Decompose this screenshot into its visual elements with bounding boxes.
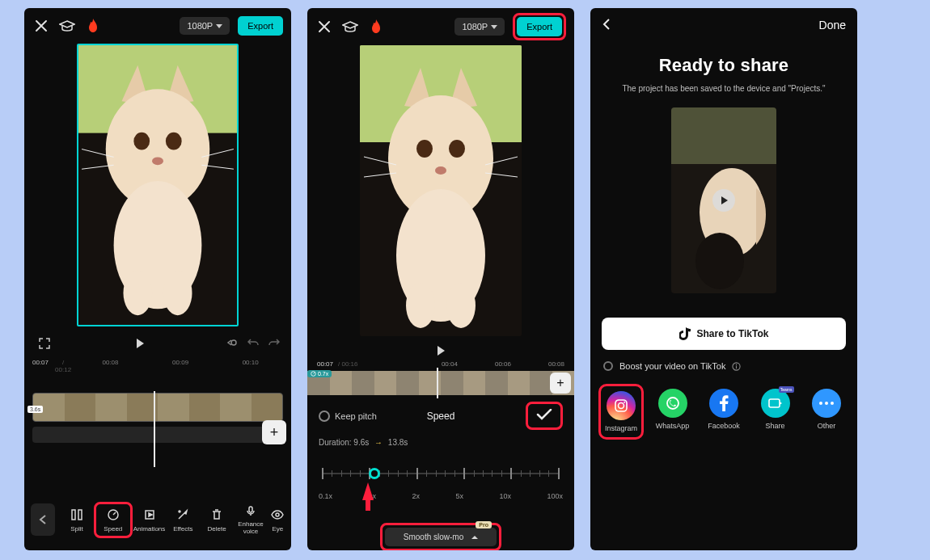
resolution-dropdown[interactable]: 1080P bbox=[180, 17, 230, 35]
svg-point-46 bbox=[667, 398, 678, 409]
timecode-row: 00:07 / 00:16 00:04 00:06 00:08 bbox=[307, 359, 574, 369]
flame-icon[interactable] bbox=[84, 17, 102, 35]
share-to-tiktok-button[interactable]: Share to TikTok bbox=[602, 318, 846, 350]
svg-point-8 bbox=[163, 271, 192, 315]
confirm-button-highlight bbox=[526, 402, 563, 430]
timeline-area[interactable]: 3.6s + bbox=[24, 393, 291, 467]
flame-icon[interactable] bbox=[367, 18, 385, 36]
play-overlay-icon[interactable] bbox=[712, 189, 735, 212]
share-whatsapp[interactable]: WhatsApp bbox=[650, 384, 695, 440]
tool-eye[interactable]: Eye bbox=[268, 504, 288, 536]
svg-point-4 bbox=[166, 133, 182, 150]
instagram-icon bbox=[614, 398, 628, 413]
svg-point-26 bbox=[449, 140, 465, 158]
toolbar-back-button[interactable] bbox=[31, 503, 55, 536]
svg-rect-20 bbox=[249, 507, 252, 512]
playhead[interactable] bbox=[437, 368, 438, 398]
speed-icon bbox=[106, 507, 120, 522]
video-thumbnail[interactable] bbox=[671, 107, 776, 293]
svg-point-25 bbox=[416, 140, 433, 158]
smooth-slowmo-button[interactable]: Pro Smooth slow-mo bbox=[385, 528, 497, 546]
undo-icon[interactable] bbox=[247, 338, 259, 349]
share-topbar: Done bbox=[590, 8, 857, 55]
boost-toggle[interactable]: Boost your video on TikTok bbox=[590, 360, 857, 384]
clip-strip[interactable] bbox=[32, 393, 283, 422]
facebook-icon bbox=[720, 395, 729, 411]
export-button[interactable]: Export bbox=[517, 17, 562, 36]
add-clip-button[interactable]: + bbox=[262, 420, 286, 444]
tutorial-arrow-icon bbox=[362, 482, 374, 500]
tiktok-icon bbox=[679, 327, 691, 340]
bottom-toolbar: Split Speed Animations Effects Delete En… bbox=[24, 495, 291, 544]
share-screen: Done Ready to share The project has been… bbox=[590, 8, 857, 550]
redo-icon[interactable] bbox=[268, 338, 280, 349]
video-preview[interactable] bbox=[360, 45, 522, 336]
back-button[interactable] bbox=[602, 18, 611, 32]
radio-unchecked-icon bbox=[603, 361, 613, 371]
svg-point-13 bbox=[231, 340, 236, 345]
info-icon[interactable] bbox=[732, 362, 741, 371]
split-icon bbox=[70, 507, 84, 522]
duration-readout: Duration: 9.6s → 13.8s bbox=[319, 438, 563, 447]
delete-icon bbox=[209, 507, 224, 522]
teams-badge: Teams bbox=[779, 386, 794, 393]
svg-point-29 bbox=[406, 283, 435, 328]
svg-rect-14 bbox=[72, 510, 75, 520]
add-clip-button[interactable]: + bbox=[550, 373, 571, 394]
done-button[interactable]: Done bbox=[819, 19, 846, 32]
share-targets: Instagram WhatsApp Facebook Teams Share bbox=[590, 384, 857, 440]
arrow-right-icon: → bbox=[374, 438, 383, 447]
player-controls bbox=[24, 331, 291, 356]
svg-rect-15 bbox=[78, 510, 82, 520]
keyframe-icon[interactable] bbox=[226, 337, 238, 350]
tool-effects[interactable]: Effects bbox=[166, 504, 200, 536]
svg-point-27 bbox=[435, 166, 446, 175]
export-button[interactable]: Export bbox=[238, 16, 283, 36]
slider-knob[interactable] bbox=[369, 468, 380, 479]
effects-icon bbox=[175, 507, 190, 522]
play-button[interactable] bbox=[53, 339, 226, 348]
chevron-left-icon bbox=[602, 18, 611, 31]
svg-point-3 bbox=[133, 133, 150, 150]
playhead[interactable] bbox=[154, 391, 155, 467]
export-button-highlight: Export bbox=[513, 13, 566, 40]
graduation-cap-icon[interactable] bbox=[58, 17, 76, 35]
share-title: Ready to share bbox=[590, 55, 857, 76]
tool-animations[interactable]: Animations bbox=[133, 504, 167, 536]
animations-icon bbox=[142, 507, 157, 522]
resolution-dropdown[interactable]: 1080P bbox=[454, 18, 505, 36]
keep-pitch-toggle[interactable]: Keep pitch bbox=[319, 411, 377, 422]
share-subtitle: The project has been saved to the device… bbox=[590, 82, 857, 95]
share-facebook[interactable]: Facebook bbox=[701, 384, 746, 440]
resolution-label: 1080P bbox=[187, 21, 213, 31]
editor-topbar: 1080P Export bbox=[24, 8, 291, 40]
chevron-down-icon bbox=[216, 24, 222, 28]
close-icon[interactable] bbox=[32, 17, 50, 35]
confirm-button[interactable] bbox=[536, 409, 552, 423]
share-instagram[interactable]: Instagram bbox=[598, 384, 644, 440]
player-controls bbox=[307, 343, 574, 359]
svg-point-19 bbox=[179, 511, 180, 512]
clip-speed-badge: 0.7x bbox=[307, 370, 332, 377]
eye-icon bbox=[270, 507, 285, 522]
tool-split[interactable]: Split bbox=[60, 504, 94, 536]
share-generic[interactable]: Teams Share bbox=[753, 384, 798, 440]
video-preview[interactable] bbox=[77, 44, 239, 326]
svg-point-41 bbox=[736, 364, 737, 364]
tool-enhance-voice[interactable]: Enhance voice bbox=[234, 500, 268, 539]
slider-labels: 0.1x 1x 2x 5x 10x 100x bbox=[319, 492, 563, 500]
speed-slider[interactable] bbox=[322, 461, 560, 491]
share-other[interactable]: Other bbox=[804, 384, 849, 440]
graduation-cap-icon[interactable] bbox=[341, 18, 359, 36]
timeline-filmstrip[interactable]: 0.7x + bbox=[307, 371, 574, 395]
fullscreen-icon[interactable] bbox=[36, 335, 53, 352]
play-button[interactable] bbox=[438, 346, 445, 356]
tool-speed[interactable]: Speed bbox=[94, 502, 133, 538]
close-icon[interactable] bbox=[315, 18, 333, 36]
radio-unchecked-icon bbox=[319, 411, 330, 422]
svg-point-45 bbox=[624, 402, 625, 403]
whatsapp-icon bbox=[666, 396, 680, 411]
svg-point-5 bbox=[152, 157, 163, 165]
secondary-track[interactable] bbox=[32, 427, 283, 443]
tool-delete[interactable]: Delete bbox=[200, 504, 234, 536]
